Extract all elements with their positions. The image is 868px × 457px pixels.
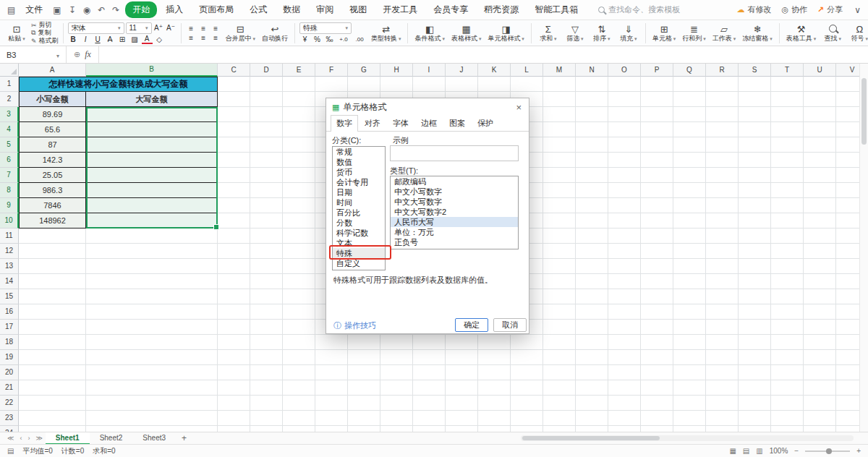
cell-T14[interactable] — [771, 274, 804, 289]
cell-U4[interactable] — [804, 122, 836, 137]
cell-B15[interactable] — [86, 289, 218, 304]
cell-Q1[interactable] — [673, 77, 706, 92]
percent-format-button[interactable]: % — [312, 35, 323, 43]
row-header-10[interactable]: 10 — [0, 213, 19, 228]
cell-M21[interactable] — [543, 380, 576, 396]
row-header-16[interactable]: 16 — [0, 304, 19, 320]
cell-E22[interactable] — [283, 396, 315, 411]
cell-P16[interactable] — [641, 304, 673, 320]
filter-button[interactable]: ▽ 筛选 — [563, 22, 587, 45]
cell-R10[interactable] — [706, 213, 739, 228]
cell-K20[interactable] — [478, 365, 511, 380]
cell-U18[interactable] — [804, 335, 836, 350]
cell-R12[interactable] — [706, 244, 739, 259]
row-header-2[interactable]: 2 — [0, 92, 19, 107]
cell-R11[interactable] — [706, 228, 739, 244]
dialog-tab-对齐[interactable]: 对齐 — [359, 115, 386, 131]
column-header-T[interactable]: T — [771, 64, 804, 77]
cell-R23[interactable] — [706, 411, 739, 426]
cell-P3[interactable] — [641, 107, 673, 122]
name-box[interactable]: B3 — [0, 46, 67, 63]
merged-title-cell[interactable]: 怎样快速将小写金额转换成大写金额 — [19, 77, 218, 92]
cell-B11[interactable] — [86, 228, 218, 244]
cell-K21[interactable] — [478, 380, 511, 396]
cell-V24[interactable] — [836, 426, 859, 432]
formula-input[interactable] — [99, 46, 868, 63]
cell-J18[interactable] — [446, 335, 478, 350]
column-header-B[interactable]: B — [86, 64, 218, 77]
cell-A11[interactable] — [19, 228, 86, 244]
cell-S12[interactable] — [739, 244, 771, 259]
menu-tab-数据[interactable]: 数据 — [276, 1, 307, 18]
cell-J22[interactable] — [446, 396, 478, 411]
cell-R9[interactable] — [706, 198, 739, 213]
cell-E6[interactable] — [283, 153, 315, 168]
print-preview-icon[interactable]: ◉ — [82, 5, 92, 15]
cell-O8[interactable] — [608, 183, 641, 198]
ok-button[interactable]: 确定 — [455, 318, 488, 332]
cell-style-button[interactable]: ◨ 单元格样式 — [485, 22, 526, 45]
cell-B22[interactable] — [86, 396, 218, 411]
cell-C6[interactable] — [218, 153, 250, 168]
cell-C15[interactable] — [218, 289, 250, 304]
cell-I18[interactable] — [413, 335, 446, 350]
cell-A12[interactable] — [19, 244, 86, 259]
cell-O10[interactable] — [608, 213, 641, 228]
horizontal-scrollbar[interactable] — [521, 435, 854, 441]
cell-P4[interactable] — [641, 122, 673, 137]
cell-B7[interactable] — [86, 168, 218, 183]
cell-S15[interactable] — [739, 289, 771, 304]
cell-T15[interactable] — [771, 289, 804, 304]
fx-label[interactable]: fx — [85, 49, 91, 60]
cell-N18[interactable] — [576, 335, 608, 350]
column-header-G[interactable]: G — [348, 64, 380, 77]
cell-O1[interactable] — [608, 77, 641, 92]
row-header-24[interactable]: 24 — [0, 426, 19, 432]
cell-H21[interactable] — [380, 380, 413, 396]
cell-B14[interactable] — [86, 274, 218, 289]
cell-D19[interactable] — [250, 350, 283, 365]
cell-K22[interactable] — [478, 396, 511, 411]
cell-R2[interactable] — [706, 92, 739, 107]
cell-U19[interactable] — [804, 350, 836, 365]
cancel-button[interactable]: 取消 — [493, 318, 527, 332]
cell-V15[interactable] — [836, 289, 859, 304]
cell-V13[interactable] — [836, 259, 859, 274]
menu-tab-审阅[interactable]: 审阅 — [309, 1, 341, 18]
cell-R5[interactable] — [706, 137, 739, 153]
cell-C23[interactable] — [218, 411, 250, 426]
cell-Q6[interactable] — [673, 153, 706, 168]
table-style-button[interactable]: ▦ 表格样式 — [449, 22, 483, 45]
font-name-select[interactable]: 宋体 — [68, 22, 124, 34]
cell-L24[interactable] — [511, 426, 543, 432]
rows-cols-button[interactable]: ≣ 行和列 — [680, 22, 707, 45]
cell-V23[interactable] — [836, 411, 859, 426]
cell-C8[interactable] — [218, 183, 250, 198]
menu-tab-页面布局[interactable]: 页面布局 — [192, 1, 241, 18]
cell-Q17[interactable] — [673, 320, 706, 335]
column-header-P[interactable]: P — [641, 64, 673, 77]
cell-S24[interactable] — [739, 426, 771, 432]
row-header-23[interactable]: 23 — [0, 411, 19, 426]
cell-M20[interactable] — [543, 365, 576, 380]
cell-O3[interactable] — [608, 107, 641, 122]
zoom-level[interactable]: 100% — [770, 447, 788, 455]
cut-button[interactable]: ✂剪切 — [31, 22, 59, 28]
cell-E1[interactable] — [283, 77, 315, 92]
cell-T17[interactable] — [771, 320, 804, 335]
cell-T4[interactable] — [771, 122, 804, 137]
cell-M23[interactable] — [543, 411, 576, 426]
row-header-12[interactable]: 12 — [0, 244, 19, 259]
cell-P13[interactable] — [641, 259, 673, 274]
category-item-文本[interactable]: 文本 — [333, 238, 385, 248]
clear-format-button[interactable]: ◇ — [154, 35, 165, 43]
undo-icon[interactable]: ↶ — [96, 5, 106, 15]
cell-B6[interactable] — [86, 153, 218, 168]
cell-E19[interactable] — [283, 350, 315, 365]
last-sheet-icon[interactable]: ≫ — [33, 435, 45, 442]
cell-R8[interactable] — [706, 183, 739, 198]
cells-button[interactable]: ⊞ 单元格 — [650, 22, 678, 45]
cell-V18[interactable] — [836, 335, 859, 350]
cell-J24[interactable] — [446, 426, 478, 432]
cell-C16[interactable] — [218, 304, 250, 320]
